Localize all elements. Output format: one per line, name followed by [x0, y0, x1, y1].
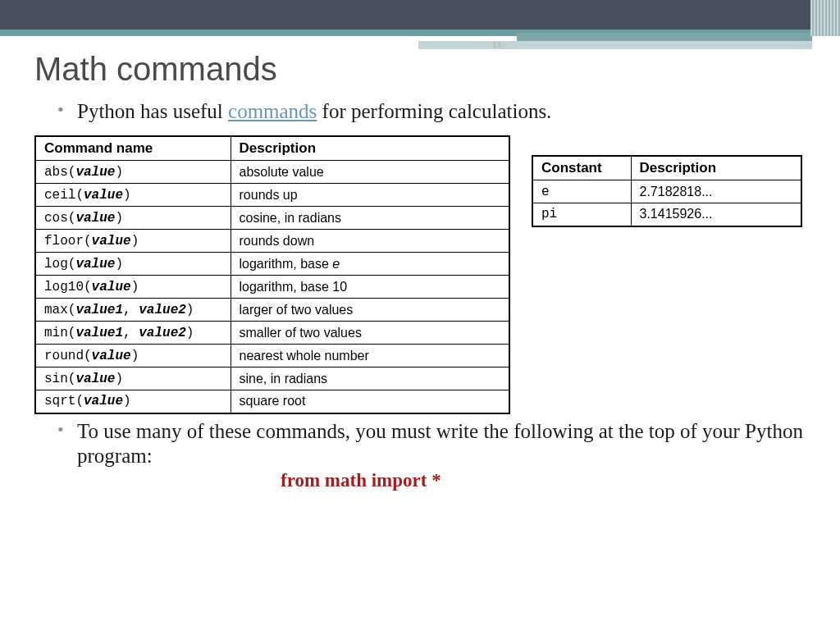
- table-row: abs(value)absolute value: [35, 161, 509, 184]
- usage-bullet: To use many of these commands, you must …: [57, 419, 814, 468]
- description-cell: larger of two values: [231, 299, 509, 322]
- command-cell: sin(value): [35, 368, 231, 390]
- const-header-name: Constant: [532, 156, 631, 180]
- intro-text-prefix: Python has useful: [77, 100, 228, 122]
- table-row: sqrt(value)square root: [35, 390, 509, 413]
- table-row: ceil(value)rounds up: [35, 184, 509, 207]
- command-cell: round(value): [35, 345, 231, 368]
- description-cell: smaller of two values: [231, 322, 509, 345]
- constant-name-cell: e: [532, 180, 631, 203]
- constants-table: Constant Description e2.7182818...pi3.14…: [532, 155, 802, 227]
- command-cell: min(value1, value2): [35, 322, 231, 345]
- slide-title: Math commands: [34, 51, 814, 88]
- table-row: max(value1, value2)larger of two values: [35, 299, 509, 322]
- command-cell: max(value1, value2): [35, 299, 231, 322]
- command-cell: abs(value): [35, 161, 231, 184]
- table-row: log(value)logarithm, base e: [35, 253, 509, 276]
- commands-table: Command name Description abs(value)absol…: [34, 135, 510, 414]
- description-cell: nearest whole number: [231, 345, 509, 368]
- page-number: 13: [492, 39, 501, 49]
- const-header-desc: Description: [631, 156, 801, 180]
- description-cell: rounds up: [231, 184, 509, 207]
- constant-value-cell: 3.1415926...: [631, 203, 801, 226]
- commands-link[interactable]: commands: [228, 100, 317, 122]
- intro-text-suffix: for performing calculations.: [317, 100, 551, 122]
- intro-bullet: Python has useful commands for performin…: [57, 99, 814, 124]
- cmd-header-name: Command name: [35, 136, 231, 161]
- table-row: round(value)nearest whole number: [35, 345, 509, 368]
- description-cell: sine, in radians: [231, 368, 509, 390]
- header-right-striped-block: [810, 0, 840, 36]
- constant-name-cell: pi: [532, 203, 631, 226]
- command-cell: cos(value): [35, 207, 231, 230]
- header-band-dark: [0, 0, 840, 30]
- header-band-accent: [0, 30, 840, 36]
- description-cell: rounds down: [231, 230, 509, 253]
- description-cell: absolute value: [231, 161, 509, 184]
- table-row: log10(value)logarithm, base 10: [35, 276, 509, 299]
- table-row: e2.7182818...: [532, 180, 801, 203]
- command-cell: log10(value): [35, 276, 231, 299]
- description-cell: logarithm, base e: [231, 253, 509, 276]
- table-row: min(value1, value2)smaller of two values: [35, 322, 509, 345]
- cmd-header-desc: Description: [231, 136, 509, 161]
- description-cell: square root: [231, 390, 509, 413]
- constant-value-cell: 2.7182818...: [631, 180, 801, 203]
- command-cell: sqrt(value): [35, 390, 231, 413]
- description-cell: logarithm, base 10: [231, 276, 509, 299]
- table-row: sin(value)sine, in radians: [35, 368, 509, 390]
- table-row: pi3.1415926...: [532, 203, 801, 226]
- description-cell: cosine, in radians: [231, 207, 509, 230]
- import-statement: from math import *: [281, 470, 814, 491]
- table-row: cos(value)cosine, in radians: [35, 207, 509, 230]
- table-row: floor(value)rounds down: [35, 230, 509, 253]
- command-cell: log(value): [35, 253, 231, 276]
- command-cell: ceil(value): [35, 184, 231, 207]
- command-cell: floor(value): [35, 230, 231, 253]
